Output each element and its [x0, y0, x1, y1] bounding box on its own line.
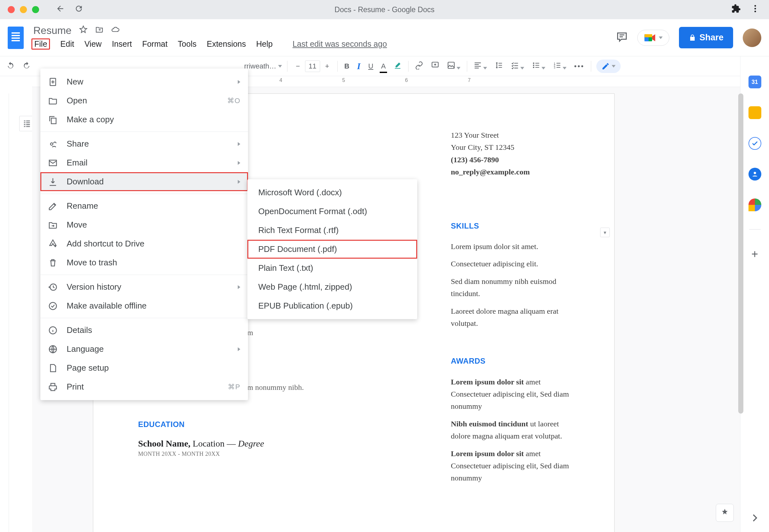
education-heading: EDUCATION: [138, 420, 419, 429]
submenu-arrow-icon: [238, 347, 240, 351]
font-family-selector[interactable]: rriweath…: [244, 62, 282, 70]
share-button[interactable]: Share: [679, 27, 733, 48]
text-color-button[interactable]: A: [380, 61, 387, 72]
menu-item-copy[interactable]: Make a copy: [40, 110, 248, 129]
move-to-folder-icon[interactable]: [95, 25, 103, 36]
window-close-icon[interactable]: [8, 6, 15, 13]
menu-item-language[interactable]: Language: [40, 340, 248, 359]
menu-item-shortcut[interactable]: Add shortcut to Drive: [40, 234, 248, 253]
side-panel-toggle[interactable]: [749, 512, 761, 524]
menu-format[interactable]: Format: [142, 39, 167, 49]
menu-file[interactable]: File: [31, 38, 50, 50]
insert-image-button[interactable]: [446, 60, 462, 73]
last-edit-link[interactable]: Last edit was seconds ago: [293, 39, 387, 49]
download-rtf[interactable]: Rich Text Format (.rtf): [247, 221, 417, 240]
skill-line: Consectetuer adipiscing elit.: [451, 258, 569, 270]
star-icon[interactable]: [79, 25, 87, 36]
svg-point-2: [755, 11, 756, 12]
download-odt[interactable]: OpenDocument Format (.odt): [247, 202, 417, 221]
menu-extensions[interactable]: Extensions: [207, 39, 246, 49]
undo-button[interactable]: [5, 60, 16, 73]
keyboard-shortcut: ⌘O: [227, 97, 240, 105]
italic-button[interactable]: I: [356, 60, 362, 73]
menu-item-details[interactable]: Details: [40, 321, 248, 340]
tasks-app-icon[interactable]: [749, 137, 761, 150]
menu-view[interactable]: View: [84, 39, 101, 49]
menu-item-version-history[interactable]: Version history: [40, 278, 248, 296]
vertical-scrollbar[interactable]: [738, 93, 743, 414]
download-pdf[interactable]: PDF Document (.pdf): [247, 240, 417, 259]
add-addon-button[interactable]: +: [751, 247, 758, 261]
svg-point-9: [533, 62, 534, 64]
browser-menu-icon[interactable]: [750, 4, 760, 15]
editing-mode-button[interactable]: [596, 60, 621, 73]
menu-item-share[interactable]: Share: [40, 134, 248, 153]
numbered-list-button[interactable]: 123: [552, 60, 568, 73]
bullet-list-button[interactable]: [530, 60, 546, 73]
bold-button[interactable]: B: [343, 61, 351, 72]
line-spacing-button[interactable]: [493, 60, 504, 73]
add-comment-button[interactable]: [430, 60, 441, 73]
window-minimize-icon[interactable]: [20, 6, 27, 13]
download-docx[interactable]: Microsoft Word (.docx): [247, 183, 417, 202]
more-tools-button[interactable]: •••: [573, 61, 586, 72]
svg-point-11: [533, 67, 534, 68]
svg-point-18: [51, 143, 53, 145]
account-avatar[interactable]: [743, 28, 761, 47]
docs-logo-icon[interactable]: [8, 27, 24, 49]
download-txt[interactable]: Plain Text (.txt): [247, 259, 417, 278]
side-panel-divider: [749, 229, 761, 230]
menu-item-open[interactable]: Open ⌘O: [40, 91, 248, 110]
font-size-decrease[interactable]: −: [293, 61, 303, 72]
info-icon: [48, 326, 58, 335]
download-epub[interactable]: EPUB Publication (.epub): [247, 296, 417, 315]
education-dates: MONTH 20XX - MONTH 20XX: [138, 451, 419, 457]
browser-back-button[interactable]: [56, 4, 65, 15]
redo-button[interactable]: [21, 60, 32, 73]
svg-point-1: [755, 8, 756, 10]
svg-rect-8: [448, 62, 454, 69]
section-collapse-icon[interactable]: ▾: [600, 228, 610, 237]
download-html[interactable]: Web Page (.html, zipped): [247, 278, 417, 296]
menu-item-trash[interactable]: Move to trash: [40, 253, 248, 272]
font-size-increase[interactable]: +: [322, 61, 333, 72]
history-icon: [48, 282, 58, 292]
font-size-input[interactable]: 11: [305, 60, 320, 72]
menu-item-rename[interactable]: Rename: [40, 197, 248, 215]
menu-item-page-setup[interactable]: Page setup: [40, 359, 248, 377]
submenu-arrow-icon: [238, 180, 240, 184]
cloud-status-icon[interactable]: [111, 25, 119, 36]
contacts-app-icon[interactable]: [749, 168, 761, 181]
keep-app-icon[interactable]: [749, 106, 761, 119]
insert-link-button[interactable]: [414, 60, 425, 73]
maps-app-icon[interactable]: [749, 198, 761, 211]
highlight-color-button[interactable]: [392, 60, 403, 73]
menu-tools[interactable]: Tools: [178, 39, 197, 49]
checklist-button[interactable]: [509, 60, 525, 73]
submenu-arrow-icon: [238, 161, 240, 165]
copy-icon: [48, 115, 58, 125]
window-zoom-icon[interactable]: [32, 6, 39, 13]
browser-chrome: Docs - Resume - Google Docs: [0, 0, 769, 19]
menu-item-email[interactable]: Email: [40, 153, 248, 172]
explore-button[interactable]: [716, 504, 734, 522]
menu-insert[interactable]: Insert: [112, 39, 132, 49]
underline-button[interactable]: U: [367, 61, 375, 72]
menu-item-new[interactable]: New: [40, 72, 248, 91]
awards-heading: AWARDS: [451, 355, 569, 367]
extensions-icon[interactable]: [731, 4, 741, 15]
document-title[interactable]: Resume: [33, 25, 71, 36]
menu-help[interactable]: Help: [256, 39, 273, 49]
calendar-app-icon[interactable]: 31: [749, 76, 761, 88]
menu-item-print[interactable]: Print ⌘P: [40, 377, 248, 396]
align-button[interactable]: [472, 60, 488, 73]
menu-item-offline[interactable]: Make available offline: [40, 296, 248, 315]
comment-history-icon[interactable]: [616, 31, 628, 44]
browser-reload-button[interactable]: [74, 4, 83, 15]
window-traffic-lights: [8, 6, 39, 13]
menu-item-move[interactable]: Move: [40, 215, 248, 234]
file-menu-dropdown: New Open ⌘O Make a copy Share Email Down…: [40, 69, 248, 400]
meet-button[interactable]: [637, 30, 669, 46]
menu-item-download[interactable]: Download: [40, 172, 248, 191]
menu-edit[interactable]: Edit: [60, 39, 74, 49]
